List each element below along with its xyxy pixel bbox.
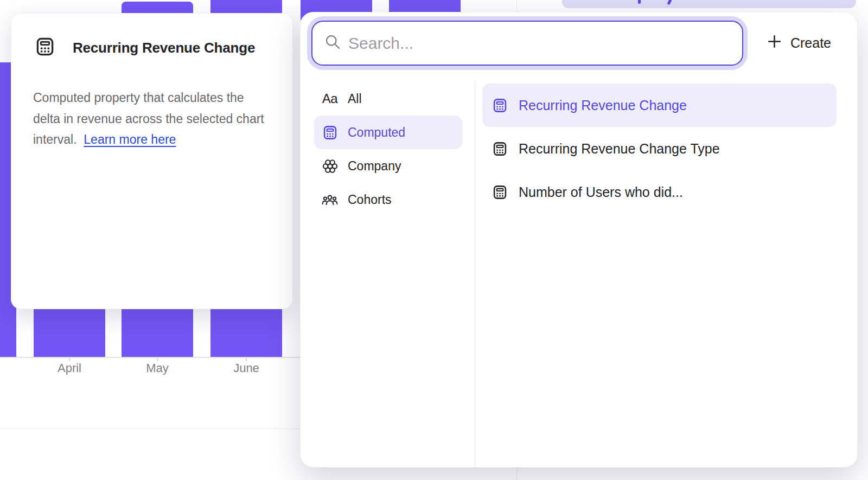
result-label: Number of Users who did... (519, 184, 683, 200)
occluded-highlight-row (562, 0, 856, 8)
cutoff-text-descender (667, 0, 672, 5)
x-axis-tick (246, 357, 247, 361)
category-filter-list: Aa All Computed (314, 82, 462, 216)
learn-more-link[interactable]: Learn more here (84, 132, 176, 146)
create-button-label: Create (790, 35, 831, 51)
category-label: Computed (348, 125, 405, 140)
x-axis-tick (69, 357, 70, 361)
create-button[interactable]: Create (767, 16, 831, 70)
description-line: delta in revenue across the selected cha… (33, 112, 264, 126)
cohorts-people-icon (322, 193, 338, 207)
category-label: Cohorts (348, 193, 392, 207)
search-box[interactable] (311, 21, 743, 66)
x-axis-label: June (233, 361, 259, 375)
category-all[interactable]: Aa All (314, 82, 462, 116)
calculator-icon (492, 141, 508, 157)
category-cohorts[interactable]: Cohorts (314, 183, 462, 216)
description-line: interval. (33, 132, 77, 146)
result-number-of-users-who-did[interactable]: Number of Users who did... (482, 170, 837, 214)
calculator-icon (492, 184, 508, 200)
category-label: Company (348, 159, 401, 174)
result-label: Recurring Revenue Change (519, 98, 687, 113)
column-divider (475, 81, 475, 466)
plus-icon (767, 34, 782, 52)
tooltip-description: Computed property that calculates the de… (33, 87, 288, 150)
x-axis-label: April (58, 361, 81, 375)
cutoff-text-descender (638, 0, 641, 4)
result-label: Recurring Revenue Change Type (519, 141, 720, 157)
property-picker-dropdown: Create Aa All Co (300, 12, 858, 468)
calculator-icon (492, 98, 508, 113)
search-input[interactable] (312, 22, 742, 65)
calculator-icon (35, 36, 55, 59)
app-viewport: AprilMayJune Recurring Revenue Change (0, 0, 868, 480)
result-recurring-revenue-change[interactable]: Recurring Revenue Change (482, 84, 837, 127)
category-computed[interactable]: Computed (314, 116, 462, 149)
property-tooltip-card: Recurring Revenue Change Computed proper… (11, 13, 293, 309)
calculator-icon (322, 125, 338, 140)
x-axis-label: May (146, 361, 169, 375)
company-cluster-icon (322, 158, 338, 174)
tooltip-title: Recurring Revenue Change (73, 40, 255, 56)
property-results-list: Recurring Revenue Change Recurring Reven… (482, 84, 837, 214)
category-label: All (348, 92, 362, 106)
description-line: Computed property that calculates the (33, 91, 244, 105)
Aa-text-icon: Aa (322, 91, 338, 106)
category-company[interactable]: Company (314, 149, 462, 183)
search-focus-ring (307, 16, 748, 70)
result-recurring-revenue-change-type[interactable]: Recurring Revenue Change Type (482, 127, 837, 170)
tooltip-header: Recurring Revenue Change (35, 36, 255, 59)
x-axis-tick (157, 357, 158, 361)
